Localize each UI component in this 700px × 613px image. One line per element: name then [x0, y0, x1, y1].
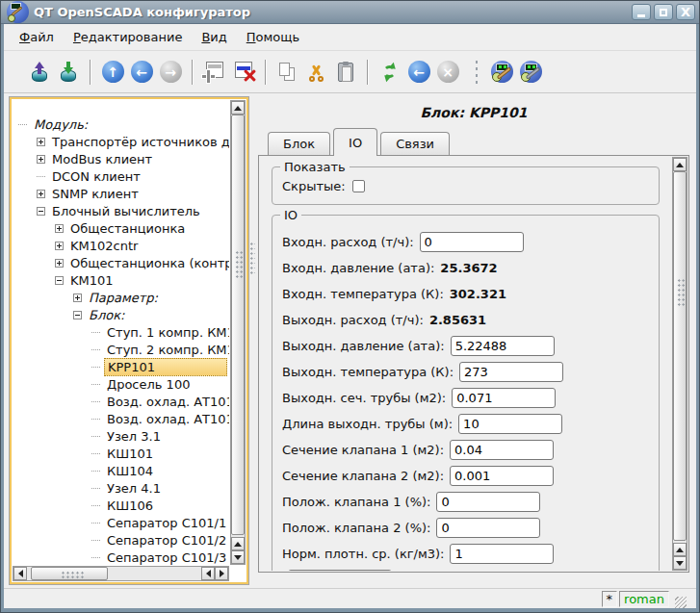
scroll-track[interactable] [231, 115, 245, 537]
scroll-left-button[interactable] [13, 567, 27, 580]
scroll-track[interactable] [673, 171, 687, 543]
scroll-right-button[interactable] [215, 567, 228, 580]
expand-icon[interactable] [55, 224, 64, 233]
toolbar-handle[interactable] [474, 59, 480, 86]
tab-links[interactable]: Связи [380, 132, 450, 155]
expand-icon[interactable] [37, 155, 45, 164]
collapse-icon[interactable] [37, 207, 45, 216]
start-periodic-update-button[interactable]: ← [404, 58, 433, 87]
collapse-icon[interactable] [55, 276, 64, 285]
scroll-up-button-2[interactable] [231, 537, 245, 550]
paste-item-button[interactable] [331, 58, 360, 87]
remove-item-button[interactable] [229, 58, 258, 87]
field-input[interactable] [452, 388, 556, 408]
tree-item[interactable]: Сепаратор С101/1 [13, 514, 229, 531]
panel-v-scrollbar[interactable] [672, 157, 687, 571]
forward-button[interactable]: → [156, 58, 185, 87]
scroll-thumb[interactable] [231, 115, 245, 535]
tree-item[interactable]: Сепаратор С101/2 [13, 531, 229, 549]
close-button[interactable]: X [676, 4, 695, 20]
tree-item[interactable]: Общестанционка (контр) [13, 254, 229, 271]
tree-item[interactable]: Общестанционка [13, 219, 229, 237]
resize-grip[interactable] [675, 597, 687, 608]
tree-item[interactable]: Транспортёр источников данны [13, 133, 229, 150]
save-to-db-button[interactable] [54, 58, 83, 87]
field-input[interactable] [450, 466, 554, 486]
tree-item[interactable]: Возд. охлад. АТ101_1 [13, 393, 229, 410]
tree-item[interactable]: Блочный вычислитель [13, 202, 229, 219]
tree-item[interactable]: Ступ. 2 компр. КМ101 [13, 341, 229, 358]
menu-view[interactable]: Вид [192, 26, 236, 48]
splitter[interactable] [248, 97, 256, 584]
hidden-checkbox[interactable] [352, 180, 365, 192]
tree-item[interactable]: ModBus клиент [13, 150, 229, 167]
tree-v-scrollbar[interactable] [230, 100, 246, 565]
minimize-button[interactable] [632, 4, 651, 20]
tree-item[interactable]: SNMP клиент [13, 185, 229, 202]
scroll-thumb[interactable] [673, 171, 687, 541]
stop-button[interactable]: × [433, 58, 462, 87]
field-input[interactable] [288, 570, 392, 571]
tree-item[interactable]: Параметр: [13, 289, 229, 306]
scroll-up-button[interactable] [673, 158, 687, 171]
tree-item[interactable]: Ступ. 1 компр. КМ101 [13, 323, 229, 341]
triangle-right-icon [220, 570, 224, 577]
expand-icon[interactable] [55, 259, 64, 268]
maximize-button[interactable] [654, 4, 673, 20]
tab-block[interactable]: Блок [268, 132, 330, 155]
tree-item[interactable]: Сепаратор С101/3 [13, 549, 229, 565]
expand-icon[interactable] [37, 190, 45, 198]
field-input[interactable] [459, 362, 563, 382]
scroll-thumb[interactable] [31, 567, 108, 580]
triangle-down-icon [676, 561, 684, 566]
refresh-button[interactable] [376, 58, 404, 87]
branch-line [91, 436, 100, 437]
field-input[interactable] [451, 336, 555, 356]
menu-edit[interactable]: Редактирование [64, 26, 192, 48]
scroll-left-button-2[interactable] [201, 567, 215, 580]
tree-h-scrollbar[interactable] [13, 566, 229, 581]
scroll-down-button[interactable] [673, 556, 687, 570]
field-input[interactable] [420, 232, 524, 252]
vision-launcher-button[interactable] [516, 58, 545, 87]
tree-item[interactable]: КШ104 [13, 462, 229, 479]
field-input[interactable] [450, 544, 554, 564]
up-level-button[interactable]: ↑ [98, 58, 127, 87]
user-badge[interactable]: roman [619, 591, 669, 607]
expand-icon[interactable] [73, 294, 82, 302]
scroll-up-button-2[interactable] [673, 543, 687, 556]
tree-item[interactable]: Дросель 100 [13, 375, 229, 393]
cut-item-button[interactable] [302, 58, 331, 87]
scroll-down-button[interactable] [231, 550, 245, 564]
field-input[interactable] [436, 492, 540, 512]
tab-io[interactable]: IO [333, 128, 377, 156]
tree-item[interactable]: КШ101 [13, 445, 229, 462]
tab-bar: БлокIOСвязи [256, 126, 691, 155]
expand-icon[interactable] [55, 242, 64, 250]
add-item-button[interactable] [200, 58, 229, 87]
tree-item[interactable]: Блок: [13, 306, 229, 323]
tree-item[interactable]: Узел 4.1 [13, 479, 229, 497]
collapse-icon[interactable] [73, 311, 82, 319]
tree-item[interactable]: KM102cntr [13, 237, 229, 254]
tree-item-label: Модуль: [31, 116, 91, 133]
field-input[interactable] [458, 414, 562, 434]
qtcfg-launcher-button[interactable] [487, 58, 516, 87]
scroll-up-button[interactable] [231, 101, 245, 115]
field-input[interactable] [450, 440, 554, 460]
back-button[interactable]: ← [127, 58, 156, 87]
field-input[interactable] [436, 518, 540, 538]
scroll-track[interactable] [27, 567, 201, 580]
tree-item[interactable]: DCON клиент [13, 167, 229, 185]
tree-item[interactable]: Возд. охлад. АТ101_2 [13, 410, 229, 427]
expand-icon[interactable] [37, 138, 45, 146]
tree-item[interactable]: KM101 [13, 271, 229, 289]
tree-item[interactable]: Узел 3.1 [13, 427, 229, 445]
tree-item[interactable]: КШ106 [13, 497, 229, 514]
tree-item-selected[interactable]: KPP101 [13, 358, 229, 375]
load-from-db-button[interactable] [25, 58, 54, 87]
menu-help[interactable]: Помощь [237, 26, 309, 48]
copy-item-button[interactable] [273, 58, 302, 87]
menu-file[interactable]: Файл [10, 26, 64, 48]
tree-item[interactable]: Модуль: [13, 115, 229, 133]
